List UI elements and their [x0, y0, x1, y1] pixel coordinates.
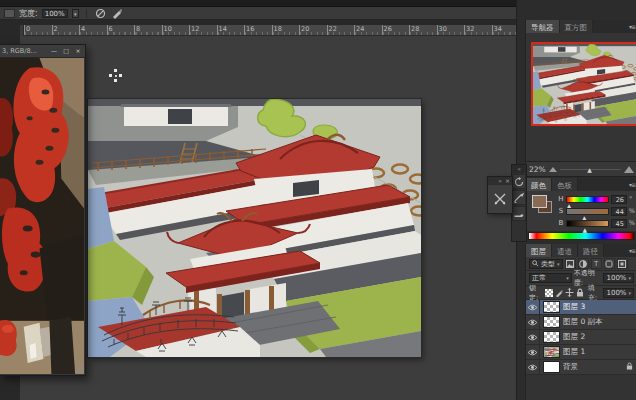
brightness-slider-row: B ▲ 45 % — [558, 217, 635, 229]
layer-name[interactable]: 图层 1 — [563, 347, 636, 357]
saturation-slider[interactable]: ▲ — [566, 208, 609, 215]
ruler-tick: 0 — [24, 25, 30, 36]
zoom-out-mountain-icon[interactable] — [549, 166, 557, 172]
slider-handle-icon[interactable]: ▲ — [587, 166, 592, 173]
ruler-tick: 28 — [409, 25, 419, 36]
layer-row-layer2[interactable]: 图层 2 — [526, 330, 636, 345]
layer-thumbnail[interactable] — [543, 316, 560, 328]
tab-swatches[interactable]: 色板 — [552, 178, 578, 191]
filter-smart-objects-icon[interactable] — [617, 258, 628, 269]
foreground-color-swatch[interactable] — [532, 195, 547, 208]
saturation-unit: % — [629, 207, 635, 215]
hue-unit: ° — [629, 195, 635, 203]
navigator-zoom-slider[interactable]: ▲ — [560, 165, 621, 173]
ruler-corner — [20, 25, 24, 36]
width-dropdown-icon[interactable]: ▾ — [72, 9, 79, 18]
ruler-h[interactable]: 024681012141618202224262830323436 — [20, 25, 516, 36]
close-icon[interactable]: × — [505, 177, 510, 185]
saturation-value[interactable]: 44 — [611, 207, 627, 216]
layer-row-layer1[interactable]: 图层 1 — [526, 345, 636, 360]
fill-select[interactable]: 100%▾ — [603, 288, 634, 298]
visibility-eye-icon[interactable] — [526, 345, 540, 359]
layer-thumbnail[interactable] — [543, 346, 560, 358]
circle-slash-icon[interactable] — [94, 8, 107, 19]
mini-tool-panel[interactable]: » × — [487, 176, 513, 214]
lock-pixels-icon[interactable] — [555, 288, 563, 297]
collapse-icon[interactable]: » — [498, 177, 502, 185]
tab-layers[interactable]: 图层 — [526, 244, 552, 257]
color-spectrum-ramp[interactable] — [528, 232, 635, 240]
canvas[interactable] — [88, 99, 421, 357]
navigator-panel: 导航器 直方图 ▾≡ 22% ▲ — [525, 20, 636, 177]
collapse-arrows-icon[interactable]: « — [512, 165, 526, 173]
reference-window-titlebar[interactable]: 3, RGB/8... — □ × — [0, 45, 85, 58]
navigator-zoom-value[interactable]: 22% — [529, 165, 546, 174]
lock-transparency-icon[interactable] — [545, 288, 553, 297]
ruler-tick: 14 — [217, 25, 227, 36]
airbrush-icon[interactable] — [111, 8, 124, 19]
layers-empty-area — [526, 375, 636, 400]
brightness-slider[interactable]: ▲ — [566, 220, 609, 227]
layer-thumbnail[interactable] — [543, 361, 560, 373]
ruler-tick: 22 — [327, 25, 337, 36]
layer-name[interactable]: 背景 — [563, 362, 626, 372]
close-button[interactable]: × — [73, 47, 83, 56]
visibility-eye-icon[interactable] — [526, 300, 540, 314]
panel-menu-icon[interactable]: ▾≡ — [629, 23, 635, 30]
panel-menu-icon[interactable]: ▾≡ — [629, 181, 635, 188]
hue-slider[interactable]: ▲ — [566, 196, 609, 203]
filter-kind-select[interactable]: 类型▾ — [529, 259, 563, 269]
brush-panel-icon[interactable] — [512, 206, 526, 221]
hue-value[interactable]: 26 — [611, 195, 627, 204]
brightness-unit: % — [629, 219, 635, 227]
layer-thumbnail[interactable] — [543, 301, 560, 313]
lock-position-icon[interactable] — [565, 288, 574, 297]
layer-name[interactable]: 图层 2 — [563, 332, 636, 342]
background-lock-icon — [626, 362, 633, 372]
ruler-tick: 32 — [464, 25, 474, 36]
brightness-value[interactable]: 45 — [611, 219, 627, 228]
navigator-thumbnail[interactable] — [533, 44, 636, 124]
tab-histogram[interactable]: 直方图 — [560, 20, 594, 33]
visibility-eye-icon[interactable] — [526, 315, 540, 329]
layer-row-layer3[interactable]: 图层 3 — [526, 300, 636, 315]
properties-panel-icon[interactable] — [512, 190, 526, 205]
navigator-preview[interactable] — [526, 33, 636, 162]
hue-label: H — [558, 195, 564, 203]
ruler-tick: 18 — [272, 25, 282, 36]
zoom-in-mountain-icon[interactable] — [624, 165, 634, 173]
layer-thumbnail[interactable] — [543, 331, 560, 343]
layer-name[interactable]: 图层 3 — [563, 302, 636, 312]
visibility-eye-icon[interactable] — [526, 360, 540, 374]
document-pasteboard[interactable] — [20, 36, 516, 400]
opacity-select[interactable]: 100%▾ — [603, 273, 634, 283]
width-input[interactable]: 100% — [42, 9, 68, 18]
reference-window-title: 3, RGB/8... — [2, 47, 47, 55]
hue-slider-row: H ▲ 26 ° — [558, 193, 635, 205]
layer-name[interactable]: 图层 0 副本 — [563, 317, 636, 327]
slice-tool-icon[interactable] — [488, 185, 512, 213]
resize-grip[interactable] — [76, 366, 83, 373]
color-panel: 颜色 色板 ▾≡ H ▲ 26 ° S ▲ 44 — [525, 178, 636, 240]
tab-channels[interactable]: 通道 — [552, 244, 578, 257]
crosshair-cursor-icon — [109, 69, 122, 82]
tab-navigator[interactable]: 导航器 — [526, 20, 560, 33]
tool-preset-icon[interactable] — [4, 9, 15, 18]
panel-menu-icon[interactable]: ▾≡ — [629, 247, 635, 254]
tab-color[interactable]: 颜色 — [526, 178, 552, 191]
visibility-eye-icon[interactable] — [526, 330, 540, 344]
ruler-tick: 16 — [244, 25, 254, 36]
width-label: 宽度: — [19, 8, 38, 19]
tab-paths[interactable]: 路径 — [578, 244, 604, 257]
reference-image-window[interactable]: 3, RGB/8... — □ × — [0, 44, 86, 376]
layer-row-background[interactable]: 背景 — [526, 360, 636, 375]
filter-shape-layers-icon[interactable] — [604, 258, 615, 269]
blend-mode-select[interactable]: 正常▾ — [529, 273, 572, 283]
lock-all-icon[interactable] — [576, 288, 584, 297]
minimize-button[interactable]: — — [49, 47, 59, 56]
restore-button[interactable]: □ — [61, 47, 71, 56]
ruler-tick: 6 — [107, 25, 113, 36]
collapsed-panel-strip: « — [511, 164, 527, 242]
history-panel-icon[interactable] — [512, 174, 526, 189]
layer-row-layer0-copy[interactable]: 图层 0 副本 — [526, 315, 636, 330]
